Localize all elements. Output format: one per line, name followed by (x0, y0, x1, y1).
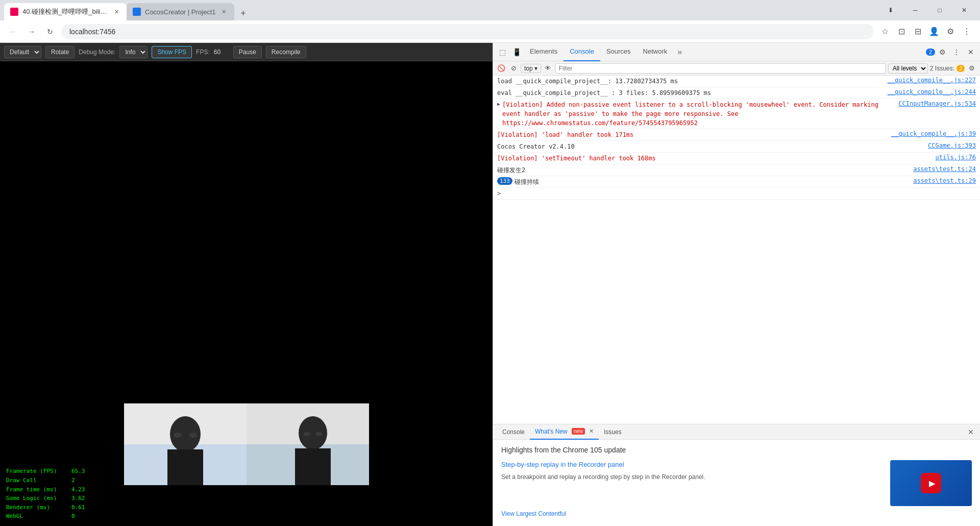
feature-link-1[interactable]: View Largest Contentful (501, 510, 972, 517)
tab-list-icon[interactable]: ⬇ (879, 0, 902, 20)
issues-summary: 2 Issues: 2 (930, 65, 965, 72)
bottom-tab-whats-new[interactable]: What's New new ✕ (530, 424, 599, 440)
stat-row-renderer: Renderer (ms) 0.61 (6, 503, 85, 512)
issues-count-label: 2 Issues: (930, 65, 954, 72)
devtools-inspect-icon[interactable]: ⬚ (495, 45, 509, 59)
show-fps-button[interactable]: Show FPS (152, 46, 192, 58)
tab-cocos[interactable]: CocosCreator | Project1 ✕ (127, 3, 234, 20)
browser-window: 40.碰撞检测_哔哩哔哩_bilibili ✕ CocosCreator | P… (0, 0, 980, 526)
console-settings-icon[interactable]: ⚙ (967, 63, 977, 74)
bookmark-icon[interactable]: ☆ (878, 25, 892, 39)
new-tab-button[interactable]: + (236, 6, 251, 20)
bottom-tab-issues[interactable]: Issues (599, 424, 627, 440)
log-text-8: 碰撞持续 (514, 177, 909, 186)
top-context-badge[interactable]: top ▾ (521, 64, 541, 73)
forward-button[interactable]: → (24, 25, 39, 39)
svg-point-10 (299, 416, 327, 450)
tab-network-label: Network (643, 47, 668, 55)
tab-bilibili[interactable]: 40.碰撞检测_哔哩哔哩_bilibili ✕ (4, 3, 127, 20)
game-image-left (124, 403, 247, 485)
stat-value-fps: 65.3 (71, 467, 85, 476)
close-button[interactable]: ✕ (952, 0, 976, 20)
profile-icon[interactable]: 👤 (927, 25, 941, 39)
fps-value: 60 (214, 49, 229, 56)
address-bar: ← → ↻ ☆ ⊡ ⊟ 👤 ⚙ ⋮ (0, 20, 980, 43)
whats-new-new-badge: new (572, 428, 585, 435)
console-clear-icon[interactable]: 🚫 (496, 63, 506, 74)
devtools-options-icon[interactable]: ⋮ (949, 45, 964, 59)
log-link-5[interactable]: CCGame.js:393 (924, 142, 976, 149)
svg-point-6 (189, 433, 197, 438)
bottom-content: Highlights from the Chrome 105 update St… (493, 440, 980, 526)
maximize-button[interactable]: □ (928, 0, 951, 20)
extensions-icon[interactable]: ⚙ (943, 25, 958, 39)
minimize-button[interactable]: ─ (903, 0, 927, 20)
log-link-1[interactable]: __quick_compile__.js:227 (884, 77, 976, 84)
bottom-tab-whats-new-close[interactable]: ✕ (589, 428, 594, 435)
game-toolbar: Default Rotate Debug Mode: Info Show FPS… (0, 43, 493, 61)
tab-groups-icon[interactable]: ⊡ (894, 25, 909, 39)
log-text-2: eval __quick_compile_project__ : 3 files… (497, 88, 884, 98)
log-link-3[interactable]: CCInputManager.js:534 (894, 100, 976, 107)
console-log: load __quick_compile_project__: 13.72802… (493, 76, 980, 424)
bottom-tabs: Console What's New new ✕ Issues ✕ (493, 424, 980, 440)
log-text-5: Cocos Creator v2.4.10 (497, 142, 924, 151)
tab-close-bilibili[interactable]: ✕ (112, 8, 120, 16)
debug-mode-dropdown[interactable]: Info (119, 46, 148, 58)
svg-rect-11 (295, 448, 331, 485)
back-button[interactable]: ← (6, 25, 20, 39)
game-images (124, 403, 369, 485)
address-input[interactable] (61, 24, 874, 39)
devtools-top: ⬚ 📱 Elements Console Sources Network » 2… (493, 43, 980, 61)
log-entry-4: [Violation] 'load' handler took 171ms __… (493, 129, 980, 141)
eye-icon[interactable]: 👁 (543, 63, 553, 74)
rotate-button[interactable]: Rotate (45, 46, 75, 58)
log-link-8[interactable]: assets\test.ts:29 (909, 177, 976, 184)
bottom-tab-console[interactable]: Console (497, 424, 530, 440)
tab-elements[interactable]: Elements (524, 43, 564, 61)
recompile-button[interactable]: Recompile (266, 46, 306, 58)
more-menu-icon[interactable]: ⋮ (960, 25, 974, 39)
window-controls: ⬇ ─ □ ✕ (879, 0, 976, 20)
game-image-right (247, 403, 369, 485)
devtools-settings-icon[interactable]: ⚙ (935, 45, 949, 59)
console-filter-icon[interactable]: ⊘ (508, 63, 519, 74)
tab-close-cocos[interactable]: ✕ (220, 8, 228, 16)
feature-desc-1: Set a breakpoint and replay a recording … (501, 472, 884, 482)
default-dropdown[interactable]: Default (4, 46, 41, 58)
youtube-play-icon[interactable] (921, 473, 941, 493)
tab-network[interactable]: Network (637, 43, 674, 61)
log-link-7[interactable]: assets\test.ts:24 (909, 165, 976, 173)
tab-sources[interactable]: Sources (600, 43, 637, 61)
reload-button[interactable]: ↻ (43, 25, 57, 39)
stat-label-frametime: Frame time (ms) (6, 485, 67, 494)
log-expand-3[interactable]: ▶ (497, 101, 500, 107)
log-entry-6: [Violation] 'setTimeout' handler took 16… (493, 153, 980, 164)
bottom-tab-issues-label: Issues (604, 428, 622, 436)
log-arrow[interactable]: > (497, 189, 976, 198)
stat-label-drawcall: Draw Call (6, 476, 67, 485)
filter-input[interactable] (555, 63, 886, 74)
game-canvas[interactable]: Framerate (FPS) 65.3 Draw Call 2 Frame t… (0, 61, 493, 526)
log-entry-2: eval __quick_compile_project__ : 3 files… (493, 87, 980, 99)
svg-point-13 (315, 432, 323, 436)
devtools-right-icons: 2 ⚙ ⋮ ✕ (926, 45, 978, 59)
notifications-badge: 2 (926, 49, 935, 56)
tab-bar: 40.碰撞检测_哔哩哔哩_bilibili ✕ CocosCreator | P… (0, 0, 980, 20)
tab-console[interactable]: Console (564, 43, 600, 61)
log-link-4[interactable]: __quick_compile__.js:39 (887, 130, 976, 137)
feature-thumb-1[interactable] (890, 460, 972, 506)
bottom-panel-close[interactable]: ✕ (966, 427, 976, 437)
devtools-close-icon[interactable]: ✕ (964, 45, 978, 59)
log-link-6[interactable]: utils.js:76 (932, 154, 976, 161)
devtools-panel: ⬚ 📱 Elements Console Sources Network » 2… (493, 43, 980, 526)
pause-button[interactable]: Pause (233, 46, 262, 58)
stat-row-webgl: WebGL 0 (6, 512, 85, 521)
devtools-more-tabs[interactable]: » (673, 47, 686, 57)
devtools-device-icon[interactable]: 📱 (509, 45, 524, 59)
split-screen-icon[interactable]: ⊟ (911, 25, 925, 39)
feature-title-1[interactable]: Step-by-step replay in the Recorder pane… (501, 460, 884, 469)
bottom-panel: Console What's New new ✕ Issues ✕ Highli… (493, 424, 980, 526)
log-link-2[interactable]: __quick_compile__.js:244 (884, 88, 976, 95)
log-level-select[interactable]: All levels (888, 63, 928, 74)
